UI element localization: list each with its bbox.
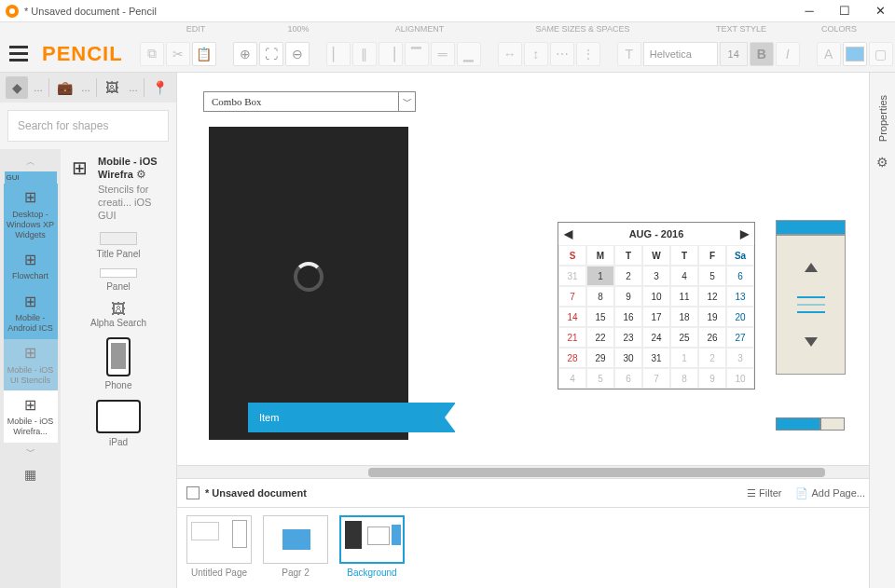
calendar-day[interactable]: 10 — [642, 286, 670, 307]
calendar-day[interactable]: 3 — [642, 266, 670, 286]
align-top-button[interactable]: ▔ — [405, 42, 429, 66]
font-family-select[interactable]: Helvetica — [643, 42, 718, 66]
calendar-day[interactable]: 23 — [614, 327, 642, 348]
sidebar-tab-image[interactable]: 🖼 — [101, 76, 123, 99]
align-right-button[interactable]: ▕ — [379, 42, 403, 66]
calendar-day[interactable]: 26 — [698, 327, 726, 348]
calendar-day[interactable]: 2 — [614, 266, 642, 286]
page-thumb-untitled[interactable]: Untitled Page — [186, 515, 252, 578]
calendar-day[interactable]: 12 — [698, 286, 726, 307]
calendar-day[interactable]: 4 — [670, 266, 698, 286]
calendar-day[interactable]: 5 — [586, 368, 614, 389]
calendar-day[interactable]: 19 — [698, 307, 726, 327]
calendar-day[interactable]: 22 — [586, 327, 614, 348]
page-thumb-background[interactable]: Background — [339, 515, 405, 578]
sidebar-tab-clipart[interactable]: 💼 — [53, 76, 76, 99]
calendar-day[interactable]: 30 — [614, 348, 642, 368]
calendar-day[interactable]: 4 — [558, 368, 586, 389]
collection-scroll-down[interactable]: ﹀ — [23, 443, 38, 461]
collection-item-ios-wireframe[interactable]: ⊞Mobile - iOS Wirefra... — [4, 390, 58, 443]
calendar-day[interactable]: 1 — [586, 266, 614, 286]
shape-alpha-search[interactable]: 🖼 Alpha Search — [66, 301, 171, 328]
widget-dark-panel[interactable] — [209, 127, 408, 440]
maximize-button[interactable]: ☐ — [835, 2, 854, 21]
collection-item-winxp[interactable]: ⊞Desktop - Windows XP Widgets — [4, 184, 58, 245]
calendar-day[interactable]: 3 — [726, 348, 754, 368]
same-height-button[interactable]: ↕ — [524, 42, 548, 66]
calendar-prev-button[interactable]: ◀ — [564, 227, 572, 240]
calendar-day[interactable]: 29 — [586, 348, 614, 368]
filter-button[interactable]: ☰ Filter — [747, 487, 782, 499]
calendar-day[interactable]: 17 — [642, 307, 670, 327]
calendar-day[interactable]: 14 — [558, 307, 586, 327]
calendar-day[interactable]: 31 — [642, 348, 670, 368]
zoom-fit-button[interactable]: ⛶ — [259, 42, 283, 66]
calendar-day[interactable]: 7 — [558, 286, 586, 307]
cut-button[interactable]: ✂ — [166, 42, 190, 66]
font-color-button[interactable]: A — [817, 42, 841, 66]
calendar-day[interactable]: 21 — [558, 327, 586, 348]
calendar-day[interactable]: 9 — [614, 286, 642, 307]
zoom-out-button[interactable]: ⊖ — [285, 42, 310, 66]
close-button[interactable]: ✕ — [871, 2, 889, 21]
calendar-day[interactable]: 31 — [558, 266, 586, 286]
gear-icon[interactable]: ⚙ — [136, 168, 146, 181]
widget-combo-box[interactable]: Combo Box ﹀ — [203, 91, 416, 112]
align-bottom-button[interactable]: ▁ — [457, 42, 481, 66]
calendar-day[interactable]: 9 — [698, 368, 726, 389]
stepper-down-icon[interactable] — [805, 337, 818, 347]
calendar-day[interactable]: 2 — [698, 348, 726, 368]
font-size-input[interactable]: 14 — [720, 42, 748, 66]
calendar-day[interactable]: 11 — [670, 286, 698, 307]
calendar-day[interactable]: 5 — [698, 266, 726, 286]
minimize-button[interactable]: ─ — [800, 2, 819, 21]
collection-scroll-up[interactable]: ︿ — [23, 153, 38, 171]
canvas[interactable]: Combo Box ﹀ Item ◀ AUG - 2016 ▶ SMTWTFSa… — [177, 73, 895, 465]
align-left-button[interactable]: ▏ — [326, 42, 351, 66]
calendar-day[interactable]: 20 — [726, 307, 754, 327]
shape-ipad[interactable]: iPad — [66, 400, 171, 447]
paste-button[interactable]: 📋 — [192, 42, 216, 66]
space-h-button[interactable]: ⋯ — [550, 42, 574, 66]
search-input[interactable]: Search for shapes — [7, 110, 169, 142]
widget-calendar[interactable]: ◀ AUG - 2016 ▶ SMTWTFSa31123456789101112… — [558, 222, 755, 390]
border-color-button[interactable]: ▢ — [869, 42, 893, 66]
text-color-button[interactable]: T — [617, 42, 641, 66]
calendar-day[interactable]: 25 — [670, 327, 698, 348]
calendar-next-button[interactable]: ▶ — [740, 227, 749, 240]
collection-item-flowchart[interactable]: ⊞Flowchart — [4, 245, 58, 287]
shape-phone[interactable]: Phone — [66, 337, 171, 390]
shape-panel[interactable]: Panel — [66, 268, 171, 292]
widget-stepper[interactable] — [776, 220, 846, 431]
sidebar-tab-shapes[interactable]: ◆ — [6, 76, 28, 99]
calendar-day[interactable]: 13 — [726, 286, 754, 307]
fill-color-button[interactable] — [843, 42, 867, 66]
sidebar-tab-more-3[interactable]: … — [127, 83, 140, 93]
page-thumb-pagr2[interactable]: Pagr 2 — [263, 515, 328, 578]
calendar-day[interactable]: 1 — [670, 348, 698, 368]
bold-button[interactable]: B — [750, 42, 774, 66]
align-middle-button[interactable]: ═ — [431, 42, 455, 66]
calendar-day[interactable]: 6 — [614, 368, 642, 389]
collection-item-gui[interactable]: GUI — [5, 171, 57, 184]
copy-button[interactable]: ⧉ — [140, 42, 164, 66]
sidebar-tab-pin[interactable]: 📍 — [148, 76, 171, 99]
stepper-up-icon[interactable] — [805, 263, 818, 272]
calendar-day[interactable]: 27 — [726, 327, 754, 348]
sidebar-tab-more-2[interactable]: … — [79, 83, 92, 93]
calendar-day[interactable]: 8 — [586, 286, 614, 307]
collection-grid-toggle[interactable]: ▦ — [19, 461, 42, 487]
properties-panel-collapsed[interactable]: Properties ⚙ — [869, 73, 895, 588]
calendar-day[interactable]: 24 — [642, 327, 670, 348]
widget-ribbon[interactable]: Item — [248, 403, 455, 432]
calendar-day[interactable]: 10 — [726, 368, 754, 389]
collection-item-ios-stencils[interactable]: ⊞Mobile - iOS UI Stencils — [4, 339, 58, 391]
menu-button[interactable] — [9, 39, 28, 69]
collection-item-android[interactable]: ⊞Mobile - Android ICS — [4, 287, 58, 339]
sidebar-tab-more-1[interactable]: … — [32, 83, 45, 93]
zoom-in-button[interactable]: ⊕ — [233, 42, 257, 66]
calendar-day[interactable]: 7 — [642, 368, 670, 389]
add-page-button[interactable]: 📄 Add Page... — [795, 487, 866, 499]
shape-title-panel[interactable]: Title Panel — [66, 232, 171, 259]
align-center-button[interactable]: ‖ — [352, 42, 377, 66]
